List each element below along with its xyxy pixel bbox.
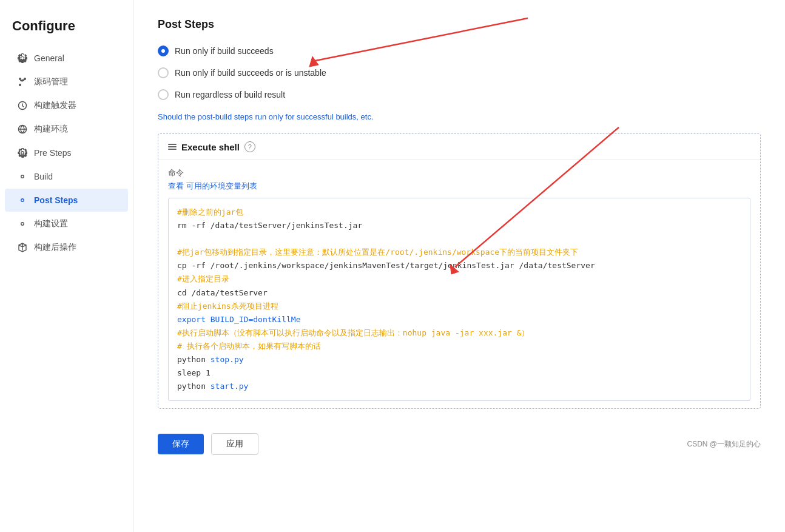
- sidebar-item-post-steps[interactable]: Post Steps: [5, 189, 128, 212]
- radio-label-success: Run only if build succeeds: [175, 46, 274, 56]
- sidebar-item-build[interactable]: Build: [5, 165, 128, 188]
- sidebar-item-post-steps-label: Post Steps: [34, 195, 78, 205]
- section-title: Post Steps: [158, 18, 761, 31]
- main-content: Post Steps Run only if build succeeds Ru…: [133, 0, 785, 532]
- apply-button[interactable]: 应用: [211, 433, 258, 455]
- svg-point-0: [19, 78, 21, 80]
- save-button[interactable]: 保存: [158, 434, 204, 454]
- radio-run-unstable[interactable]: Run only if build succeeds or is unstabl…: [158, 67, 761, 78]
- svg-point-1: [19, 84, 21, 86]
- globe-icon: [17, 124, 28, 135]
- sidebar-item-post-build-label: 构建后操作: [34, 242, 76, 253]
- sidebar-item-general-label: General: [34, 53, 64, 63]
- radio-circle-always: [158, 89, 169, 100]
- sidebar-item-general[interactable]: General: [5, 47, 128, 70]
- gear-icon: [17, 53, 28, 64]
- radio-label-always: Run regardless of build result: [175, 90, 285, 99]
- shell-help-button[interactable]: ?: [244, 141, 255, 152]
- sidebar-item-env-label: 构建环境: [34, 124, 68, 135]
- command-label: 命令: [168, 167, 750, 178]
- gear-icon-settings: [17, 218, 28, 229]
- radio-circle-unstable: [158, 67, 169, 78]
- radio-run-always[interactable]: Run regardless of build result: [158, 89, 761, 100]
- shell-title: Execute shell: [181, 142, 240, 152]
- sidebar-item-source-label: 源码管理: [34, 76, 68, 87]
- clock-icon: [17, 100, 28, 111]
- radio-run-success[interactable]: Run only if build succeeds: [158, 45, 761, 56]
- radio-label-unstable: Run only if build succeeds or is unstabl…: [175, 68, 326, 78]
- sidebar-item-post-build[interactable]: 构建后操作: [5, 236, 128, 259]
- sidebar-item-build-settings[interactable]: 构建设置: [5, 212, 128, 235]
- main-wrapper: Post Steps Run only if build succeeds Ru…: [133, 0, 785, 532]
- gear-icon-pre: [17, 147, 28, 158]
- sidebar-item-trigger-label: 构建触发器: [34, 100, 76, 111]
- bottom-bar: 保存 应用 CSDN @一颗知足的心: [158, 423, 761, 465]
- env-link[interactable]: 查看 可用的环境变量列表: [168, 181, 750, 192]
- sidebar-item-build-label: Build: [34, 172, 53, 181]
- sidebar-item-build-settings-label: 构建设置: [34, 218, 68, 229]
- footer-text: CSDN @一颗知足的心: [687, 439, 761, 450]
- radio-circle-success: [158, 45, 169, 56]
- branch-icon: [17, 76, 28, 87]
- sidebar: Configure General 源码管理 构建触发器 构建环境 Pre St…: [0, 0, 133, 532]
- sidebar-title: Configure: [0, 12, 133, 46]
- sidebar-item-env[interactable]: 构建环境: [5, 118, 128, 141]
- sidebar-item-trigger[interactable]: 构建触发器: [5, 94, 128, 117]
- shell-box: Execute shell ? 命令 查看 可用的环境变量列表 #删除之前的ja…: [158, 133, 761, 409]
- code-editor[interactable]: #删除之前的jar包 rm -rf /data/testServer/jenki…: [168, 198, 750, 401]
- gear-icon-post: [17, 195, 28, 206]
- shell-header: Execute shell ?: [158, 134, 760, 160]
- sidebar-item-pre-steps-label: Pre Steps: [34, 148, 71, 158]
- radio-group: Run only if build succeeds Run only if b…: [158, 45, 761, 100]
- sidebar-item-source[interactable]: 源码管理: [5, 70, 128, 93]
- drag-handle-icon[interactable]: [168, 144, 177, 150]
- sidebar-item-pre-steps[interactable]: Pre Steps: [5, 141, 128, 164]
- hint-text: Should the post-build steps run only for…: [158, 112, 761, 121]
- shell-body: 命令 查看 可用的环境变量列表 #删除之前的jar包 rm -rf /data/…: [158, 160, 760, 408]
- gear-icon-build: [17, 171, 28, 182]
- cube-icon: [17, 242, 28, 253]
